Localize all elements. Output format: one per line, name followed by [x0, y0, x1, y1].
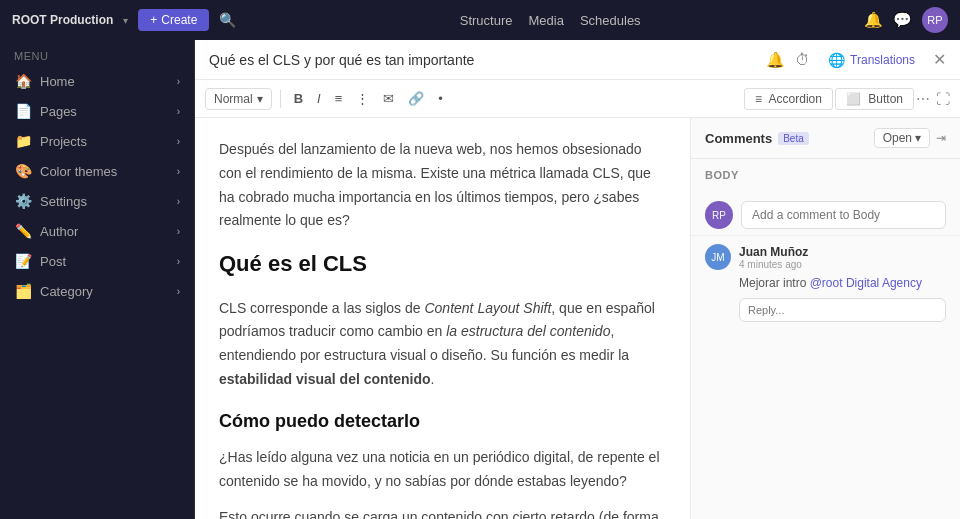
format-toolbar: Normal ▾ B I ≡ ⋮ ✉ 🔗 • ≡ Accordion ⬜ But…: [195, 80, 960, 118]
intro-paragraph: Después del lanzamiento de la nueva web,…: [219, 138, 666, 233]
divider: [280, 90, 281, 108]
top-bar-left: ROOT Production ▾ + Create 🔍: [12, 9, 236, 31]
comment-initials: JM: [711, 252, 724, 263]
chevron-icon: ›: [177, 106, 180, 117]
translations-button[interactable]: 🌐 Translations: [820, 48, 923, 72]
comments-label: Comments: [705, 131, 772, 146]
nav-media[interactable]: Media: [528, 13, 563, 28]
comment-header: JM Juan Muñoz 4 minutes ago: [705, 244, 946, 270]
nav-schedules[interactable]: Schedules: [580, 13, 641, 28]
dropdown-chevron-icon: ▾: [257, 92, 263, 106]
sidebar-label-category: Category: [40, 284, 93, 299]
color-themes-icon: 🎨: [14, 163, 32, 179]
top-nav: Structure Media Schedules: [460, 13, 641, 28]
create-button[interactable]: + Create: [138, 9, 209, 31]
comment-text: Mejorar intro @root Digital Agency: [705, 274, 946, 292]
chevron-icon: ›: [177, 196, 180, 207]
accordion-button[interactable]: ≡ Accordion: [744, 88, 833, 110]
body-label: Body: [705, 169, 946, 181]
bell-icon[interactable]: 🔔: [864, 11, 883, 29]
sidebar-item-category[interactable]: 🗂️ Category ›: [0, 276, 194, 306]
toolbar-icons: 🔔 ⏱ 🌐 Translations ✕: [766, 48, 946, 72]
sidebar-label-author: Author: [40, 224, 78, 239]
heading-detect: Cómo puedo detectarlo: [219, 406, 666, 437]
open-chevron-icon: ▾: [915, 131, 921, 145]
special-button[interactable]: •: [433, 88, 448, 109]
open-label: Open: [883, 131, 912, 145]
main-layout: Menu 🏠 Home › 📄 Pages › 📁 Projects › 🎨 C…: [0, 40, 960, 519]
expand-button[interactable]: ⛶: [936, 91, 950, 107]
accordion-icon: ≡: [755, 92, 762, 106]
close-icon[interactable]: ✕: [933, 50, 946, 69]
translations-icon: 🌐: [828, 52, 845, 68]
open-button[interactable]: Open ▾: [874, 128, 930, 148]
sidebar-item-post[interactable]: 📝 Post ›: [0, 246, 194, 276]
style-dropdown[interactable]: Normal ▾: [205, 88, 272, 110]
settings-icon: ⚙️: [14, 193, 32, 209]
translations-label: Translations: [850, 53, 915, 67]
category-icon: 🗂️: [14, 283, 32, 299]
chevron-icon: ›: [177, 286, 180, 297]
top-bar: ROOT Production ▾ + Create 🔍 Structure M…: [0, 0, 960, 40]
add-comment-row: RP: [691, 195, 960, 235]
projects-icon: 📁: [14, 133, 32, 149]
sidebar-item-author[interactable]: ✏️ Author ›: [0, 216, 194, 246]
nav-structure[interactable]: Structure: [460, 13, 513, 28]
accordion-label: Accordion: [769, 92, 822, 106]
article-toolbar: Qué es el CLS y por qué es tan important…: [195, 40, 960, 80]
sidebar-label-color-themes: Color themes: [40, 164, 117, 179]
chevron-icon: ›: [177, 226, 180, 237]
comment-time: 4 minutes ago: [739, 259, 808, 270]
user-avatar: RP: [705, 201, 733, 229]
chevron-icon: ›: [177, 166, 180, 177]
menu-label: Menu: [0, 40, 194, 66]
style-label: Normal: [214, 92, 253, 106]
button-block-label: Button: [868, 92, 903, 106]
sidebar-item-pages[interactable]: 📄 Pages ›: [0, 96, 194, 126]
brand-logo: ROOT Production: [12, 13, 113, 27]
sidebar-item-settings[interactable]: ⚙️ Settings ›: [0, 186, 194, 216]
editor[interactable]: Después del lanzamiento de la nueva web,…: [195, 118, 690, 519]
button-block-button[interactable]: ⬜ Button: [835, 88, 914, 110]
body-section: Body: [691, 159, 960, 195]
comments-actions: Open ▾ ⇥: [874, 128, 946, 148]
author-icon: ✏️: [14, 223, 32, 239]
comments-layout-button[interactable]: ⇥: [936, 131, 946, 145]
comment-author: Juan Muñoz: [739, 245, 808, 259]
sidebar-label-pages: Pages: [40, 104, 77, 119]
comment-item: JM Juan Muñoz 4 minutes ago Mejorar intr…: [691, 235, 960, 330]
paragraph-cls-definition: CLS corresponde a las siglos de Content …: [219, 297, 666, 392]
plus-icon: +: [150, 13, 157, 27]
sidebar-label-post: Post: [40, 254, 66, 269]
avatar[interactable]: RP: [922, 7, 948, 33]
italic-button[interactable]: I: [312, 88, 326, 109]
comments-panel: Comments Beta Open ▾ ⇥ Body: [690, 118, 960, 519]
content-area: Qué es el CLS y por qué es tan important…: [195, 40, 960, 519]
chevron-icon: ›: [177, 136, 180, 147]
email-button[interactable]: ✉: [378, 88, 399, 109]
ordered-list-button[interactable]: ⋮: [351, 88, 374, 109]
comment-avatar: JM: [705, 244, 731, 270]
sidebar-item-color-themes[interactable]: 🎨 Color themes ›: [0, 156, 194, 186]
more-options-button[interactable]: ⋯: [916, 91, 930, 107]
paragraph-detect-2: Esto ocurre cuando se carga un contenido…: [219, 506, 666, 519]
article-title: Qué es el CLS y por qué es tan important…: [209, 52, 760, 68]
unordered-list-button[interactable]: ≡: [330, 88, 348, 109]
search-icon[interactable]: 🔍: [219, 12, 236, 28]
comments-header: Comments Beta Open ▾ ⇥: [691, 118, 960, 159]
comment-meta: Juan Muñoz 4 minutes ago: [739, 245, 808, 270]
paragraph-detect-1: ¿Has leído alguna vez una noticia en un …: [219, 446, 666, 494]
comment-icon[interactable]: 💬: [893, 11, 912, 29]
link-button[interactable]: 🔗: [403, 88, 429, 109]
comment-reply-input[interactable]: [739, 298, 946, 322]
sidebar-item-home[interactable]: 🏠 Home ›: [0, 66, 194, 96]
post-icon: 📝: [14, 253, 32, 269]
add-comment-input[interactable]: [741, 201, 946, 229]
heading-cls: Qué es el CLS: [219, 245, 666, 282]
pages-icon: 📄: [14, 103, 32, 119]
bold-button[interactable]: B: [289, 88, 308, 109]
sidebar-item-projects[interactable]: 📁 Projects ›: [0, 126, 194, 156]
notifications-icon[interactable]: 🔔: [766, 51, 785, 69]
sidebar-label-settings: Settings: [40, 194, 87, 209]
history-icon[interactable]: ⏱: [795, 51, 810, 68]
